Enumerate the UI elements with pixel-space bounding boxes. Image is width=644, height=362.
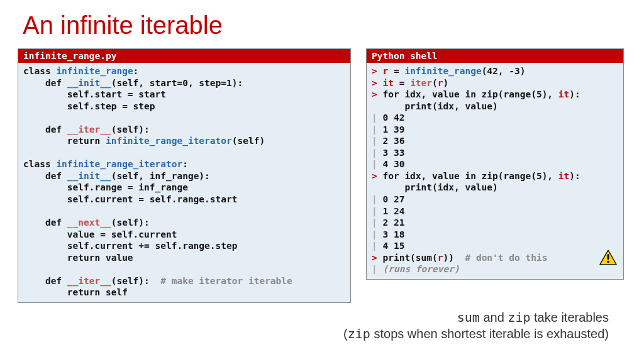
page-title: An infinite iterable [23,11,626,40]
left-panel-header: infinite_range.py [18,49,350,63]
svg-rect-1 [608,254,609,260]
footer-zip: zip [508,310,530,325]
left-code: class infinite_range: def __init__(self,… [18,63,350,302]
right-code: > r = infinite_range(42, -3) > it = iter… [367,63,623,279]
right-panel-header: Python shell [367,49,623,63]
panels-row: infinite_range.py class infinite_range: … [18,48,626,303]
warning-icon [599,250,617,265]
code-panel-right: Python shell > r = infinite_range(42, -3… [366,48,624,280]
footer-sum: sum [457,310,480,325]
svg-point-2 [607,261,609,263]
code-panel-left: infinite_range.py class infinite_range: … [18,48,351,303]
footer-note: sum and zip take iterables (zip stops wh… [18,309,626,342]
